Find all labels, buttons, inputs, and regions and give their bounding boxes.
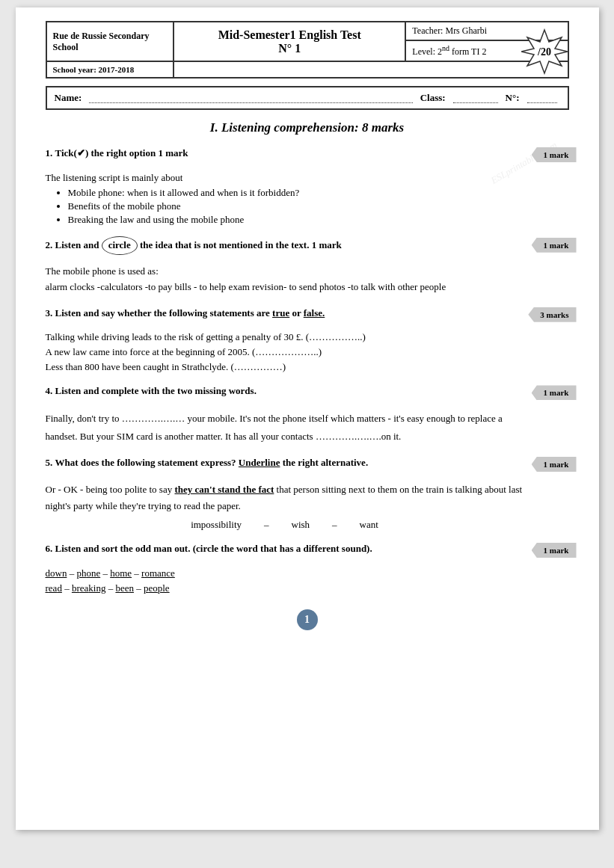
question-3-wrapper: 3. Listen and say whether the following … [46, 306, 569, 374]
q3-statement-3: Less than 800 have been caught in Strath… [46, 361, 524, 373]
class-dots [453, 93, 498, 103]
q6-phone: phone [76, 567, 100, 579]
name-row: Name: Class: N°: [46, 86, 569, 110]
q5-label2: the right alternative. [283, 457, 368, 468]
name-label: Name: [55, 92, 82, 104]
school-year: School year: 2017-2018 [46, 61, 174, 78]
q3-label: Listen and say whether the following sta… [55, 307, 270, 318]
q6-mark-arrow: 1 mark [532, 543, 577, 558]
q6-label: Listen and sort the odd man out. (circle… [55, 543, 372, 554]
svg-text:/20: /20 [537, 46, 551, 58]
q6-mark-badge: 1 mark [532, 543, 577, 558]
page-number-area: 1 [46, 609, 569, 630]
q5-label: What does the following statement expres… [55, 457, 236, 468]
no-dots [527, 93, 557, 103]
q5-alt-dash1: – [264, 519, 269, 531]
q2-mark-badge: 1 mark [532, 238, 577, 253]
q3-statement-1: Talking while driving leads to the risk … [46, 331, 524, 343]
q2-mark-arrow: 1 mark [532, 238, 577, 253]
q1-mark-arrow: 1 mark [532, 147, 577, 162]
q5-mark-arrow: 1 mark [532, 457, 577, 472]
q6-been: been [115, 582, 134, 594]
q2-content: alarm clocks -calculators -to pay bills … [46, 279, 524, 295]
q2-label: Listen and [55, 239, 99, 250]
school-name: Rue de Russie Secondary School [46, 22, 174, 61]
q5-mark-badge: 1 mark [532, 457, 577, 472]
q3-mark-arrow: 3 marks [528, 307, 576, 322]
q1-mark-badge: 1 mark [532, 147, 577, 162]
section1-title: I. Listening comprehension: 8 marks [46, 120, 569, 135]
question-6: 6. Listen and sort the odd man out. (cir… [46, 541, 524, 557]
page-number: 1 [297, 609, 318, 630]
q1-bullet-2: Benefits of the mobile phone [68, 200, 524, 212]
q1-bullets: Mobile phone: when is it allowed and whe… [68, 187, 524, 226]
q3-statement-2: A new law came into force at the beginni… [46, 346, 524, 358]
q5-bold-phrase: they can't stand the fact [174, 484, 274, 495]
q5-num: 5. [46, 457, 53, 468]
class-label: Class: [420, 92, 446, 104]
q1-label: Tick(✔) the right option 1 mark [55, 147, 188, 158]
exam-page: ESLprintables.com Rue de Russie Secondar… [16, 7, 599, 830]
question-3: 3. Listen and say whether the following … [46, 306, 524, 321]
q6-people: people [144, 582, 170, 594]
q3-or: or [292, 307, 303, 318]
header-table: Rue de Russie Secondary School Mid-Semes… [46, 21, 569, 79]
q1-bullet-1: Mobile phone: when is it allowed and whe… [68, 187, 524, 199]
q3-true: true [272, 307, 289, 318]
question-2-wrapper: 2. Listen and circle the idea that is no… [46, 236, 569, 295]
starburst-svg: /20 [521, 28, 568, 75]
q4-num: 4. [46, 385, 53, 396]
q1-num: 1. [46, 147, 53, 158]
question-5-wrapper: 5. What does the following statement exp… [46, 455, 569, 531]
question-1-wrapper: 1. Tick(✔) the right option 1 mark The l… [46, 146, 569, 226]
q1-intro: The listening script is mainly about [46, 172, 524, 184]
question-2: 2. Listen and circle the idea that is no… [46, 236, 524, 255]
q3-false: false. [304, 307, 325, 318]
question-5: 5. What does the following statement exp… [46, 455, 524, 471]
q4-mark-badge: 1 mark [532, 385, 577, 400]
q2-label2: the idea that is not mentioned in the te… [140, 239, 342, 250]
question-1: 1. Tick(✔) the right option 1 mark [46, 146, 524, 161]
question-4-wrapper: 4. Listen and complete with the two miss… [46, 384, 569, 445]
q6-row2: read – breaking – been – people [46, 582, 524, 594]
q3-num: 3. [46, 307, 53, 318]
q2-circle-word: circle [102, 236, 138, 255]
score-burst: /20 [521, 28, 568, 78]
q2-num: 2. [46, 239, 53, 250]
q5-alt-want: want [360, 519, 378, 531]
q5-alt-impossibility: impossibility [191, 519, 242, 531]
q5-alt-dash2: – [332, 519, 337, 531]
no-label: N°: [506, 92, 520, 104]
q4-mark-arrow: 1 mark [532, 385, 577, 400]
q2-intro: The mobile phone is used as: [46, 265, 524, 277]
q1-bullet-3: Breaking the law and using the mobile ph… [68, 214, 524, 226]
q6-num: 6. [46, 543, 53, 554]
q3-mark-badge: 3 marks [528, 307, 576, 322]
question-6-wrapper: 6. Listen and sort the odd man out. (cir… [46, 541, 569, 594]
q6-home: home [110, 567, 132, 579]
q6-read: read [46, 582, 62, 594]
q5-underline: Underline [239, 457, 280, 468]
q6-romance: romance [141, 567, 175, 579]
question-4: 4. Listen and complete with the two miss… [46, 384, 524, 399]
name-dots [89, 93, 412, 103]
exam-title: Mid-Semester1 English Test N° 1 [174, 22, 405, 61]
q4-content: Finally, don't try to ………….….… your mobi… [46, 410, 524, 445]
q5-alternatives: impossibility – wish – want [46, 519, 524, 531]
q5-alt-wish: wish [292, 519, 310, 531]
q4-label: Listen and complete with the two missing… [55, 385, 257, 396]
q6-down: down [46, 567, 67, 579]
q6-row1: down – phone – home – romance [46, 567, 524, 579]
q5-content: Or - OK - being too polite to say they c… [46, 481, 524, 514]
q6-breaking: breaking [72, 582, 106, 594]
